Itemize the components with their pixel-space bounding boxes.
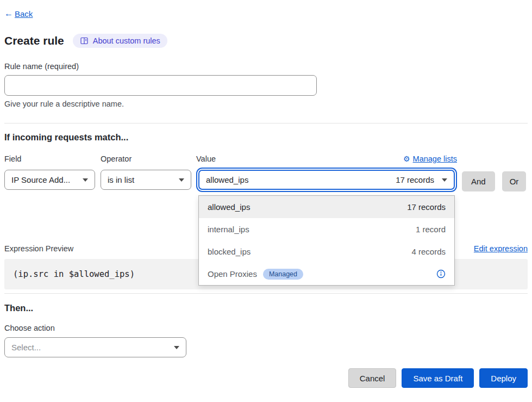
action-select-placeholder: Select... [11, 343, 41, 352]
field-label: Field [4, 154, 95, 163]
chevron-down-icon [179, 178, 184, 182]
operator-select-value: is in list [108, 175, 134, 184]
footer-actions: Cancel Save as Draft Deploy [4, 368, 528, 388]
back-link-label: Back [15, 9, 33, 18]
list-dropdown-menu: allowed_ips 17 records internal_ips 1 re… [198, 195, 455, 286]
choose-action-label: Choose action [4, 324, 528, 332]
edit-expression-link[interactable]: Edit expression [474, 244, 528, 253]
rule-name-helper: Give your rule a descriptive name. [4, 100, 528, 108]
chevron-down-icon [442, 178, 447, 182]
list-option-name: blocked_ips [208, 247, 251, 256]
page-title: Create rule [4, 34, 64, 47]
section-divider [4, 293, 528, 294]
value-label: Value [196, 154, 216, 163]
value-select-count: 17 records [396, 175, 434, 184]
list-option-blocked-ips[interactable]: blocked_ips 4 records [199, 240, 454, 263]
list-option-name: internal_ips [208, 225, 249, 234]
section-divider [4, 123, 528, 123]
back-arrow-icon: ← [4, 9, 13, 18]
list-option-open-proxies[interactable]: Open Proxies Managed [199, 263, 454, 285]
or-button[interactable]: Or [502, 171, 527, 191]
field-select[interactable]: IP Source Add... [4, 170, 95, 190]
value-select[interactable]: allowed_ips 17 records [198, 170, 455, 190]
manage-lists-label: Manage lists [413, 154, 457, 163]
list-option-name: Open Proxies [208, 269, 257, 279]
save-as-draft-button[interactable]: Save as Draft [402, 368, 474, 388]
list-option-allowed-ips[interactable]: allowed_ips 17 records [199, 196, 454, 218]
operator-select[interactable]: is in list [101, 170, 191, 190]
list-option-name: allowed_ips [208, 202, 250, 212]
book-icon [80, 36, 89, 45]
list-option-count: 17 records [407, 202, 446, 212]
about-badge-label: About custom rules [93, 36, 160, 45]
cancel-button[interactable]: Cancel [348, 368, 397, 388]
managed-badge: Managed [263, 269, 303, 280]
operator-label: Operator [101, 154, 191, 163]
and-button[interactable]: And [462, 171, 495, 191]
list-option-count: 1 record [416, 225, 446, 234]
deploy-button[interactable]: Deploy [479, 368, 528, 388]
list-option-count: 4 records [411, 247, 446, 256]
expression-preview-label: Expression Preview [4, 244, 73, 253]
about-custom-rules-link[interactable]: About custom rules [73, 34, 167, 48]
manage-lists-link[interactable]: ⚙ Manage lists [403, 154, 457, 163]
gear-icon: ⚙ [403, 154, 410, 163]
action-select[interactable]: Select... [4, 337, 186, 357]
field-select-value: IP Source Add... [11, 175, 70, 184]
rule-name-input[interactable] [4, 75, 317, 96]
match-condition-row: Field IP Source Add... Operator is in li… [4, 154, 528, 191]
info-icon[interactable] [436, 269, 446, 279]
match-section-heading: If incoming requests match... [4, 132, 528, 143]
chevron-down-icon [174, 346, 179, 349]
expression-code: (ip.src in $allowed_ips) [13, 269, 135, 279]
rule-name-label: Rule name (required) [4, 62, 528, 71]
chevron-down-icon [83, 178, 88, 182]
create-rule-page: ← Back Create rule About custom rules Ru… [0, 0, 532, 388]
list-option-internal-ips[interactable]: internal_ips 1 record [199, 218, 454, 240]
back-link[interactable]: ← Back [4, 9, 33, 18]
then-section-heading: Then... [4, 303, 528, 313]
value-select-name: allowed_ips [206, 175, 396, 184]
